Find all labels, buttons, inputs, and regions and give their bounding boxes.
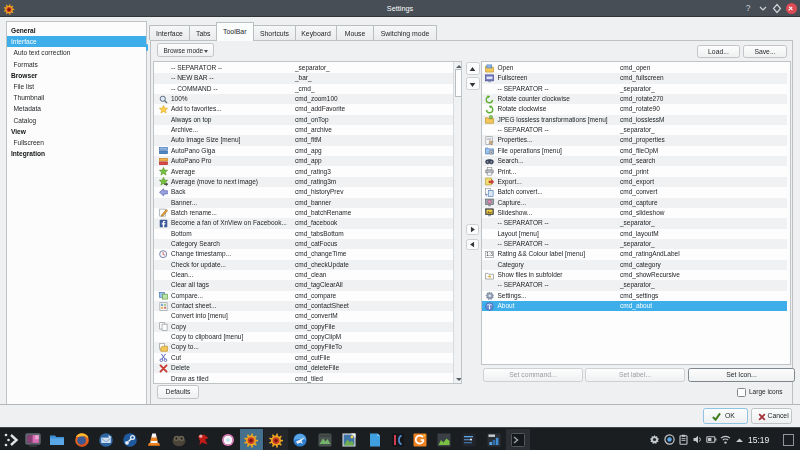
svg-text:1:3: 1:3 [486,252,493,257]
